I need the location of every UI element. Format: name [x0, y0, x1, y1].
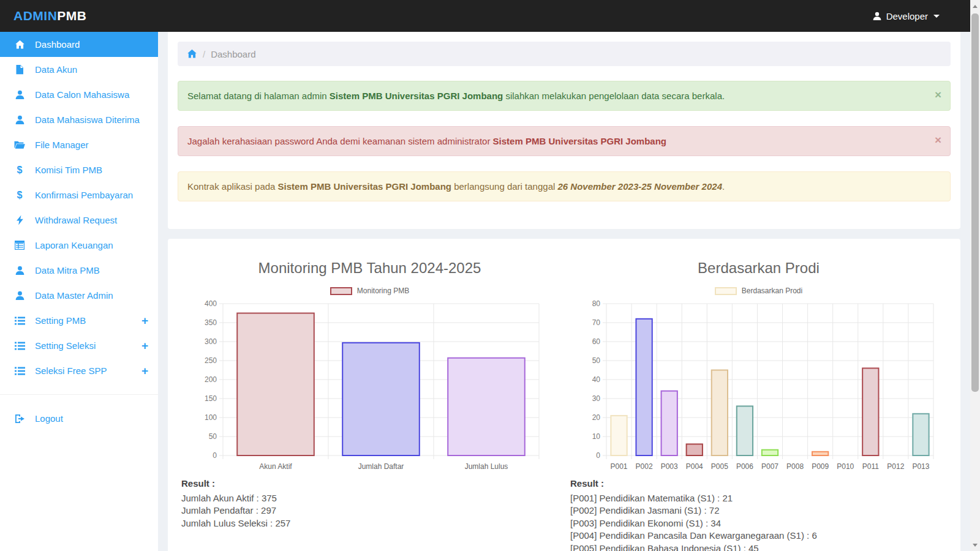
vertical-scrollbar[interactable]	[970, 0, 980, 551]
prodi-results: Result : [P001] Pendidikan Matematika (S…	[570, 478, 947, 551]
sidebar-item-setting-pmb[interactable]: Setting PMB+	[0, 308, 158, 333]
bar-p002[interactable]	[636, 319, 652, 455]
result-line: [P002] Pendidikan Jasmani (S1) : 72	[570, 504, 947, 517]
sidebar-item-label: Data Master Admin	[35, 290, 113, 301]
prodi-chart-canvas[interactable]: 01020304050607080P001P002P003P004P005P00…	[578, 299, 940, 475]
alerts-list: Selamat datang di halaman admin Sistem P…	[178, 81, 951, 201]
top-navbar: ADMINPMB Developer	[0, 0, 970, 32]
bar-p006[interactable]	[736, 406, 752, 455]
result-line: Jumlah Pendaftar : 297	[181, 504, 558, 517]
sidebar-item-label: Seleksi Free SPP	[35, 365, 107, 376]
sidebar-item-label: File Manager	[35, 140, 89, 150]
legend-swatch	[715, 287, 737, 295]
sidebar-item-setting-seleksi[interactable]: Setting Seleksi+	[0, 333, 158, 358]
alert-danger: Jagalah kerahasiaan password Anda demi k…	[178, 126, 951, 156]
sidebar-item-dashboard[interactable]: Dashboard	[0, 32, 158, 57]
alert-success: Selamat datang di halaman admin Sistem P…	[178, 81, 951, 111]
sidebar-item-label: Data Mitra PMB	[35, 265, 100, 276]
scroll-up-arrow[interactable]	[970, 1, 980, 11]
sidebar-item-file-manager[interactable]: File Manager	[0, 132, 158, 157]
sidebar-menu: DashboardData AkunData Calon MahasiswaDa…	[0, 32, 158, 383]
svg-text:200: 200	[204, 375, 216, 384]
sidebar-item-data-master-admin[interactable]: Data Master Admin	[0, 283, 158, 308]
scrollbar-thumb[interactable]	[971, 13, 979, 392]
svg-text:$: $	[17, 190, 23, 200]
breadcrumb-separator: /	[203, 49, 205, 59]
results-heading: Result :	[181, 478, 558, 490]
monitoring-results: Result : Jumlah Akun Aktif : 375Jumlah P…	[181, 478, 558, 530]
svg-text:P001: P001	[610, 462, 627, 471]
sidebar-item-label: Data Akun	[35, 64, 77, 75]
svg-text:Jumlah Daftar: Jumlah Daftar	[358, 462, 404, 471]
sidebar-item-komisi-tim-pmb[interactable]: $Komisi Tim PMB	[0, 157, 158, 182]
app-logo[interactable]: ADMINPMB	[13, 9, 87, 23]
svg-text:80: 80	[592, 299, 600, 308]
result-line: Jumlah Lulus Seleksi : 257	[181, 517, 558, 530]
close-icon[interactable]: ×	[935, 89, 941, 100]
bar-p011[interactable]	[862, 368, 878, 455]
bar-jumlah-lulus[interactable]	[448, 358, 525, 455]
sidebar-item-seleksi-free-spp[interactable]: Seleksi Free SPP+	[0, 358, 158, 383]
bar-p013[interactable]	[913, 414, 929, 455]
svg-text:P002: P002	[635, 462, 652, 471]
alert-text: Selamat datang di halaman admin Sistem P…	[187, 91, 725, 101]
sidebar-item-withdrawal-request[interactable]: Withdrawal Request	[0, 208, 158, 233]
svg-text:Akun Aktif: Akun Aktif	[259, 462, 292, 471]
svg-text:300: 300	[204, 337, 216, 346]
sidebar-item-label: Komisi Tim PMB	[35, 165, 102, 175]
svg-text:P006: P006	[736, 462, 753, 471]
svg-text:P009: P009	[812, 462, 829, 471]
close-icon[interactable]: ×	[935, 134, 941, 146]
svg-text:10: 10	[592, 432, 600, 441]
bar-p005[interactable]	[711, 370, 727, 456]
scroll-down-arrow[interactable]	[970, 540, 980, 550]
user-name: Developer	[886, 11, 928, 21]
expand-plus-icon[interactable]: +	[141, 365, 148, 377]
bar-p009[interactable]	[812, 452, 828, 455]
result-line: [P004] Pendidikan Pancasila Dan Kewargan…	[570, 530, 947, 542]
chart-title: Berdasarkan Prodi	[570, 260, 947, 277]
expand-plus-icon[interactable]: +	[141, 315, 148, 326]
result-line: [P001] Pendidikan Matematika (S1) : 21	[570, 492, 947, 505]
chart-legend[interactable]: Monitoring PMB	[181, 287, 558, 295]
main-content: / Dashboard Selamat datang di halaman ad…	[158, 32, 970, 551]
svg-text:50: 50	[208, 432, 217, 441]
sidebar-item-data-akun[interactable]: Data Akun	[0, 57, 158, 82]
svg-text:50: 50	[592, 356, 600, 365]
charts-panel: Monitoring PMB Tahun 2024-2025 Monitorin…	[168, 239, 960, 551]
sidebar-item-logout[interactable]: Logout	[0, 406, 158, 431]
sidebar-item-konfirmasi-pembayaran[interactable]: $Konfirmasi Pembayaran	[0, 182, 158, 208]
bar-p001[interactable]	[611, 416, 627, 455]
svg-text:P010: P010	[837, 462, 854, 471]
svg-text:P007: P007	[761, 462, 778, 471]
sidebar-item-data-mitra-pmb[interactable]: Data Mitra PMB	[0, 258, 158, 283]
svg-text:P012: P012	[887, 462, 904, 471]
chart-legend[interactable]: Berdasarkan Prodi	[570, 287, 947, 295]
legend-label: Berdasarkan Prodi	[742, 287, 802, 295]
svg-text:250: 250	[204, 356, 216, 365]
expand-plus-icon[interactable]: +	[141, 340, 148, 351]
sidebar-item-data-calon-mahasiswa[interactable]: Data Calon Mahasiswa	[0, 82, 158, 107]
monitoring-chart-canvas[interactable]: 050100150200250300350400Akun AktifJumlah…	[195, 299, 545, 475]
result-line: [P005] Pendidikan Bahasa Indonesia (S1) …	[570, 542, 947, 551]
alert-warning: Kontrak aplikasi pada Sistem PMB Univers…	[178, 171, 951, 201]
bar-p004[interactable]	[686, 444, 702, 455]
svg-text:P013: P013	[912, 462, 929, 471]
bar-akun-aktif[interactable]	[237, 313, 314, 456]
user-icon	[13, 291, 26, 301]
user-menu[interactable]: Developer	[872, 11, 957, 21]
svg-text:400: 400	[204, 299, 216, 308]
bar-p003[interactable]	[661, 391, 677, 455]
sidebar-item-laporan-keuangan[interactable]: Laporan Keuangan	[0, 233, 158, 258]
result-line: [P003] Pendidikan Ekonomi (S1) : 34	[570, 517, 947, 530]
logout-label: Logout	[35, 413, 63, 424]
alert-text: Jagalah kerahasiaan password Anda demi k…	[187, 136, 666, 146]
svg-text:P008: P008	[786, 462, 804, 471]
bar-jumlah-daftar[interactable]	[342, 343, 420, 455]
sidebar-item-data-mahasiswa-diterima[interactable]: Data Mahasiswa Diterima	[0, 107, 158, 132]
user-icon	[13, 266, 26, 276]
table-icon	[13, 241, 26, 250]
svg-text:P003: P003	[660, 462, 677, 471]
home-icon[interactable]	[187, 49, 197, 59]
bar-p007[interactable]	[761, 450, 777, 455]
